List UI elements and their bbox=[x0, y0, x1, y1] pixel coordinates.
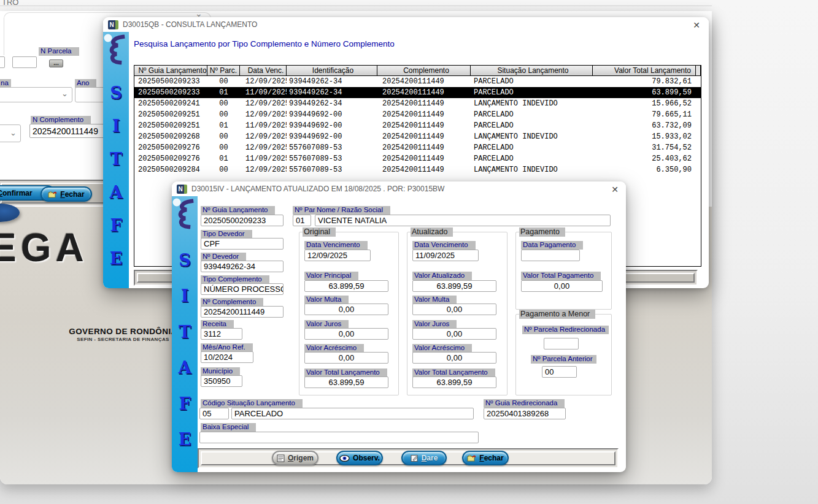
dare-button[interactable]: Dare bbox=[401, 451, 447, 465]
table-cell[interactable]: 31.754,52 bbox=[593, 143, 696, 152]
table-cell[interactable]: 63.899,59 bbox=[593, 88, 696, 97]
n-devedor-input[interactable]: 939449262-34 bbox=[201, 261, 284, 272]
orig-valor-juros-input[interactable]: 0,00 bbox=[304, 328, 388, 340]
table-cell[interactable]: PARCELADO bbox=[471, 77, 593, 86]
table-cell[interactable]: 79.832,61 bbox=[593, 77, 696, 86]
table-cell[interactable]: 939449262-34 bbox=[287, 77, 377, 86]
table-cell[interactable]: 00 bbox=[207, 132, 240, 141]
table-cell[interactable]: LANÇAMENTO INDEVIDO bbox=[471, 132, 593, 141]
table-cell[interactable]: 15.933,02 bbox=[593, 132, 696, 141]
valor-total-pagamento-input[interactable]: 0,00 bbox=[521, 280, 603, 292]
table-cell[interactable]: 20250500209251 bbox=[134, 121, 207, 130]
table-cell[interactable]: 00 bbox=[207, 143, 240, 152]
nome-input[interactable]: VICENTE NATALIA bbox=[315, 215, 611, 226]
atu-valor-total-input[interactable]: 63.899,59 bbox=[412, 376, 496, 388]
table-cell[interactable]: 00 bbox=[207, 110, 240, 119]
table-cell[interactable]: 12/09/2025 bbox=[240, 143, 287, 152]
column-header[interactable]: Nº Guia Lançamento bbox=[134, 66, 207, 76]
table-cell[interactable]: 20254200111449 bbox=[377, 99, 471, 108]
column-header[interactable]: Identificação bbox=[287, 66, 377, 76]
table-cell[interactable]: 20250500209251 bbox=[134, 110, 207, 119]
codigo-situacao-code-input[interactable]: 05 bbox=[199, 408, 229, 419]
orig-valor-principal-input[interactable]: 63.899,59 bbox=[304, 280, 388, 292]
orig-valor-acrescimo-input[interactable]: 0,00 bbox=[304, 352, 388, 364]
table-cell[interactable]: 00 bbox=[207, 99, 240, 108]
table-cell[interactable]: PARCELADO bbox=[471, 155, 593, 163]
table-cell[interactable]: PARCELADO bbox=[471, 88, 593, 97]
table-cell[interactable]: 939449262-34 bbox=[287, 88, 377, 97]
baixa-especial-input[interactable] bbox=[199, 432, 479, 443]
table-cell[interactable]: PARCELADO bbox=[471, 121, 593, 130]
table-cell[interactable]: 20254200111449 bbox=[377, 155, 471, 163]
table-cell[interactable]: 20254200111449 bbox=[377, 143, 471, 152]
table-row[interactable]: 202505002092510012/09/2025939449692-0020… bbox=[134, 109, 701, 120]
close-icon[interactable]: ✕ bbox=[608, 184, 622, 195]
detail-titlebar[interactable]: N D30015IV - LANÇAMENTO ATUALIZADO EM 18… bbox=[172, 181, 626, 196]
fechar-button[interactable]: Fechar bbox=[462, 451, 509, 465]
table-cell[interactable]: 557607089-53 bbox=[287, 143, 377, 152]
guia-input[interactable]: 20250500209233 bbox=[201, 215, 284, 226]
consulta-titlebar[interactable]: N D30015QB - CONSULTA LANÇAMENTO bbox=[103, 17, 709, 32]
receita-input[interactable]: 3112 bbox=[201, 328, 242, 340]
table-cell[interactable]: 79.665,11 bbox=[593, 110, 696, 119]
atu-valor-acrescimo-input[interactable]: 0,00 bbox=[412, 352, 496, 364]
atu-valor-atualizado-input[interactable]: 63.899,59 bbox=[412, 280, 496, 292]
table-cell[interactable]: 20250500209276 bbox=[134, 143, 207, 152]
atu-valor-multa-input[interactable]: 0,00 bbox=[412, 304, 496, 315]
table-cell[interactable]: 939449262-34 bbox=[287, 99, 377, 108]
table-cell[interactable]: 20254200111449 bbox=[377, 166, 471, 174]
table-cell[interactable]: 6.350,90 bbox=[593, 166, 696, 174]
tipo-devedor-input[interactable]: CPF bbox=[201, 238, 284, 250]
table-cell[interactable]: 20254200111449 bbox=[377, 88, 471, 97]
column-header[interactable]: Situação Lançamento bbox=[471, 66, 593, 76]
table-cell[interactable]: 20254200111449 bbox=[377, 77, 471, 86]
table-cell[interactable]: 15.966,52 bbox=[593, 99, 696, 108]
table-cell[interactable]: 01 bbox=[207, 155, 240, 163]
combo-small[interactable]: ⌄ bbox=[0, 124, 21, 142]
table-cell[interactable]: PARCELADO bbox=[471, 110, 593, 119]
origem-button[interactable]: Origem bbox=[272, 451, 318, 465]
table-cell[interactable]: 12/09/2025 bbox=[240, 99, 287, 108]
table-cell[interactable]: 20254200111449 bbox=[377, 132, 471, 141]
table-cell[interactable]: 939449692-00 bbox=[287, 121, 377, 130]
table-cell[interactable]: 20250500209233 bbox=[134, 88, 207, 97]
table-cell[interactable]: 20254200111449 bbox=[377, 121, 471, 130]
n-parcela-input[interactable] bbox=[12, 56, 37, 68]
parcela-anterior-input[interactable]: 00 bbox=[542, 366, 577, 378]
table-cell[interactable]: 12/09/2025 bbox=[240, 166, 287, 174]
column-header[interactable]: Data Venc. bbox=[240, 66, 287, 76]
table-cell[interactable]: 20250500209241 bbox=[134, 99, 207, 108]
n-complemento-input[interactable]: 20254200111449 bbox=[201, 306, 284, 318]
table-cell[interactable]: 00 bbox=[207, 166, 240, 174]
table-cell[interactable]: 63.732,09 bbox=[593, 121, 696, 130]
combo-left[interactable]: ⌄ bbox=[0, 87, 72, 102]
table-cell[interactable]: PARCELADO bbox=[471, 143, 593, 152]
table-cell[interactable]: 11/09/2025 bbox=[240, 155, 287, 163]
table-cell[interactable]: 12/09/2025 bbox=[240, 132, 287, 141]
table-cell[interactable]: 01 bbox=[207, 121, 240, 130]
parcela-redirecionada-input[interactable] bbox=[544, 338, 579, 349]
table-cell[interactable]: LANÇAMENTO INDEVIDO bbox=[471, 99, 593, 108]
table-cell[interactable]: 12/09/2025 bbox=[240, 110, 287, 119]
observ-button[interactable]: Observ. bbox=[336, 451, 383, 465]
table-cell[interactable]: LANÇAMENTO INDEVIDO bbox=[471, 166, 593, 174]
atu-data-venc-input[interactable]: 11/09/2025 bbox=[412, 250, 479, 261]
table-cell[interactable]: 25.403,62 bbox=[593, 155, 696, 163]
fechar-button-back[interactable]: Fechar bbox=[41, 186, 92, 202]
table-cell[interactable]: 557607089-53 bbox=[287, 166, 377, 174]
column-header[interactable]: Nº Parc. bbox=[207, 66, 240, 76]
ellipsis-button[interactable]: ... bbox=[49, 59, 63, 67]
table-cell[interactable]: 01 bbox=[207, 88, 240, 97]
table-row[interactable]: 202505002092680012/09/2025939449692-0020… bbox=[134, 131, 701, 142]
mes-ano-ref-input[interactable]: 10/2024 bbox=[201, 351, 253, 363]
table-cell[interactable]: 20250500209233 bbox=[134, 77, 207, 86]
data-pagamento-input[interactable] bbox=[521, 250, 580, 261]
table-cell[interactable]: 20254200111449 bbox=[377, 110, 471, 119]
orig-valor-multa-input[interactable]: 0,00 bbox=[304, 304, 388, 315]
orig-valor-total-input[interactable]: 63.899,59 bbox=[304, 376, 388, 388]
column-header[interactable]: Complemento bbox=[377, 66, 471, 76]
table-row[interactable]: 202505002092760111/09/2025557607089-5320… bbox=[134, 153, 701, 164]
tipo-complemento-input[interactable]: NÚMERO PROCESSO bbox=[201, 283, 284, 295]
guia-redirecionada-input[interactable]: 20250401389268 bbox=[484, 408, 566, 419]
table-cell[interactable]: 20250500209276 bbox=[134, 155, 207, 163]
